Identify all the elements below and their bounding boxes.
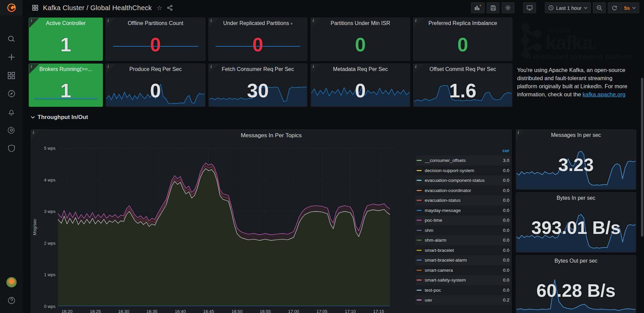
add-panel-button[interactable] bbox=[471, 2, 485, 13]
info-corner-icon[interactable]: i bbox=[311, 18, 321, 28]
save-dashboard-button[interactable] bbox=[487, 2, 499, 13]
legend-item[interactable]: __consumer_offsets3.0 bbox=[415, 155, 511, 166]
info-corner-icon[interactable]: i bbox=[516, 130, 526, 140]
panel-title[interactable]: Partitions Under Min ISR bbox=[311, 18, 410, 26]
legend-series-label[interactable]: poc-time bbox=[425, 218, 503, 223]
panel-kafka-info[interactable]: APACHE kafka® A distributed streaming pl… bbox=[516, 18, 636, 107]
line-chart-plot[interactable] bbox=[58, 148, 397, 306]
legend-series-label[interactable]: mayday-message bbox=[425, 208, 503, 213]
panel-under-replicated-partitions[interactable]: i Under Replicated Partitions ▾ 0 bbox=[208, 18, 307, 61]
info-corner-icon[interactable]: i bbox=[311, 64, 321, 74]
legend-item[interactable]: smart-camera0.0 bbox=[415, 265, 511, 275]
tv-mode-button[interactable] bbox=[523, 2, 536, 13]
panel-title[interactable]: Metadata Req Per Sec bbox=[311, 64, 410, 72]
legend-series-color bbox=[417, 230, 422, 231]
legend-item[interactable]: smart-bracelet-alarm0.0 bbox=[415, 255, 511, 265]
info-corner-icon[interactable]: i bbox=[106, 64, 116, 74]
legend-item[interactable]: evacuation-status0.0 bbox=[415, 195, 511, 206]
panel-title[interactable]: Produce Req Per Sec bbox=[106, 64, 205, 72]
panel-title[interactable]: Bytes In per sec bbox=[516, 193, 636, 201]
legend-series-label[interactable]: __consumer_offsets bbox=[425, 158, 503, 163]
grafana-logo[interactable] bbox=[0, 0, 23, 16]
legend-item[interactable]: evacuation-coordinator0.0 bbox=[415, 186, 511, 196]
panel-bytes-in-per-sec[interactable]: Bytes In per sec 393.01 B/s bbox=[516, 192, 636, 252]
legend-item[interactable]: decision-support-system0.0 bbox=[415, 166, 511, 176]
panel-title[interactable]: Bytes Out per sec bbox=[516, 256, 636, 264]
alerting-bell-icon[interactable] bbox=[0, 103, 23, 121]
panel-bytes-out-per-sec[interactable]: Bytes Out per sec 60.28 B/s bbox=[516, 255, 636, 313]
info-corner-icon[interactable]: i bbox=[209, 64, 219, 74]
legend-item[interactable]: shm0.0 bbox=[415, 225, 511, 236]
user-avatar[interactable] bbox=[0, 273, 23, 291]
info-corner-icon[interactable]: i bbox=[29, 18, 39, 28]
legend-item[interactable]: evacuation-component-status0.0 bbox=[415, 175, 511, 186]
legend-series-label[interactable]: smart-camera bbox=[425, 268, 503, 273]
plus-icon[interactable] bbox=[0, 48, 23, 66]
legend-item[interactable]: smart-bracelet0.0 bbox=[415, 245, 511, 256]
panel-title[interactable]: Messages In per sec bbox=[516, 130, 636, 138]
chart-title[interactable]: Messages In Per Topics bbox=[31, 130, 511, 139]
panel-offset-commit-req-per-sec[interactable]: i Offset Commit Req Per Sec 1.6 bbox=[413, 64, 512, 107]
legend-item[interactable]: uav0.2 bbox=[415, 295, 511, 305]
panel-title[interactable]: Active Controller bbox=[29, 18, 103, 26]
panel-title[interactable]: Fetch Consumer Req Per Sec bbox=[209, 64, 307, 72]
info-corner-icon[interactable]: i bbox=[106, 18, 116, 28]
info-corner-icon[interactable]: i bbox=[414, 18, 424, 28]
panel-title[interactable]: Under Replicated Partitions ▾ bbox=[209, 18, 307, 26]
legend-item[interactable]: smart-safety-system0.0 bbox=[415, 275, 511, 285]
legend-current-header[interactable]: cur bbox=[415, 148, 511, 155]
legend-item[interactable]: test-poc0.0 bbox=[415, 285, 511, 295]
time-range-picker[interactable]: Last 1 hour bbox=[545, 2, 591, 13]
panel-preferred-replica-imbalance[interactable]: i Preferred Replica Imbalance 0 bbox=[413, 18, 512, 61]
panel-fetch-consumer-req-per-sec[interactable]: i Fetch Consumer Req Per Sec 30 bbox=[208, 64, 307, 107]
legend-series-label[interactable]: evacuation-coordinator bbox=[425, 188, 503, 193]
info-corner-icon[interactable]: i bbox=[209, 18, 219, 28]
legend-series-label[interactable]: evacuation-component-status bbox=[425, 178, 503, 183]
info-corner-icon[interactable]: i bbox=[29, 64, 39, 74]
legend-item[interactable]: mayday-message0.0 bbox=[415, 206, 511, 216]
legend-series-label[interactable]: shm-alarm bbox=[425, 238, 503, 243]
chevron-down-icon[interactable]: ▾ bbox=[291, 21, 293, 26]
explore-compass-icon[interactable] bbox=[0, 85, 23, 103]
configuration-gear-icon[interactable] bbox=[0, 121, 23, 139]
panel-produce-req-per-sec[interactable]: i Produce Req Per Sec 0 bbox=[106, 64, 205, 107]
zoom-out-button[interactable] bbox=[593, 2, 606, 13]
panel-metadata-req-per-sec[interactable]: i Metadata Req Per Sec 0 bbox=[311, 64, 410, 107]
search-icon[interactable] bbox=[0, 30, 23, 48]
legend-series-label[interactable]: smart-safety-system bbox=[425, 278, 503, 283]
legend-series-label[interactable]: smart-bracelet-alarm bbox=[425, 258, 503, 263]
share-icon[interactable] bbox=[167, 5, 173, 11]
legend-series-label[interactable]: decision-support-system bbox=[425, 168, 503, 173]
scrollbar-thumb[interactable] bbox=[641, 78, 643, 237]
help-icon[interactable] bbox=[0, 291, 23, 310]
stat-value: 1 bbox=[29, 29, 103, 59]
legend-item[interactable]: shm-alarm0.0 bbox=[415, 235, 511, 245]
legend-series-label[interactable]: shm bbox=[425, 228, 503, 233]
legend-series-label[interactable]: smart-bracelet bbox=[425, 248, 503, 253]
panel-title[interactable]: Brokers Running(>=... bbox=[29, 64, 103, 72]
refresh-interval-picker[interactable]: 5s bbox=[621, 2, 639, 13]
kafka-link[interactable]: kafka.apache.org bbox=[583, 91, 626, 97]
panel-title[interactable]: Offset Commit Req Per Sec bbox=[414, 64, 512, 72]
panel-offline-partitions-count[interactable]: i Offline Partitions Count 0 bbox=[106, 18, 205, 61]
legend-series-label[interactable]: test-poc bbox=[425, 288, 503, 293]
panel-messages-in-per-topics[interactable]: i Messages In Per Topics Msg/sec 5 wps4 … bbox=[31, 129, 512, 313]
info-corner-icon[interactable]: i bbox=[31, 130, 41, 140]
panel-title[interactable]: Preferred Replica Imbalance bbox=[414, 18, 512, 26]
star-icon[interactable]: ☆ bbox=[156, 4, 162, 12]
panel-brokers-running[interactable]: i Brokers Running(>=... 1 bbox=[29, 64, 103, 107]
panel-active-controller[interactable]: i Active Controller 1 bbox=[29, 18, 103, 61]
refresh-button[interactable] bbox=[608, 2, 621, 13]
server-admin-shield-icon[interactable] bbox=[0, 139, 23, 158]
panel-partitions-under-min-isr[interactable]: i Partitions Under Min ISR 0 bbox=[311, 18, 410, 61]
row-throughput-in-out[interactable]: Throughput In/Out bbox=[31, 114, 88, 121]
dashboard-grid-icon[interactable] bbox=[32, 5, 38, 11]
legend-series-label[interactable]: uav bbox=[425, 297, 503, 303]
dashboard-settings-button[interactable] bbox=[502, 2, 514, 13]
panel-title[interactable]: Offline Partitions Count bbox=[106, 18, 205, 26]
legend-item[interactable]: poc-time0.0 bbox=[415, 215, 511, 225]
dashboards-icon[interactable] bbox=[0, 66, 23, 85]
panel-messages-in-per-sec[interactable]: i Messages In per sec 3.23 bbox=[516, 129, 636, 190]
info-corner-icon[interactable]: i bbox=[414, 64, 424, 74]
legend-series-label[interactable]: evacuation-status bbox=[425, 198, 503, 203]
